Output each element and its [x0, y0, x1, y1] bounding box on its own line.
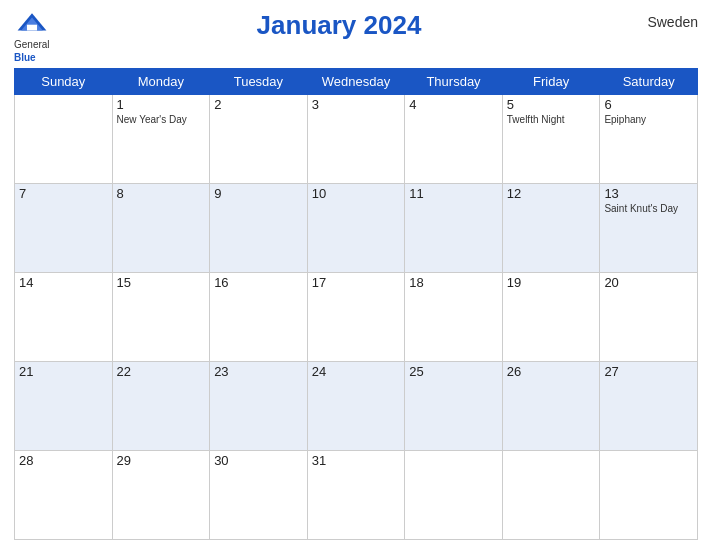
event-label: Twelfth Night [507, 113, 596, 126]
date-number: 24 [312, 364, 401, 379]
table-row: 24 [307, 362, 405, 451]
header: General Blue January 2024 Sweden [14, 10, 698, 64]
table-row: 26 [502, 362, 600, 451]
calendar-page: General Blue January 2024 Sweden Sunday … [0, 0, 712, 550]
date-number: 23 [214, 364, 303, 379]
date-number: 2 [214, 97, 303, 112]
table-row [600, 451, 698, 540]
table-row: 30 [210, 451, 308, 540]
date-number: 11 [409, 186, 498, 201]
table-row: 4 [405, 95, 503, 184]
date-number: 13 [604, 186, 693, 201]
date-number: 1 [117, 97, 206, 112]
date-number: 22 [117, 364, 206, 379]
table-row: 6Epiphany [600, 95, 698, 184]
calendar-table: Sunday Monday Tuesday Wednesday Thursday… [14, 68, 698, 540]
table-row: 18 [405, 273, 503, 362]
table-row: 23 [210, 362, 308, 451]
week-row-1: 1New Year's Day2345Twelfth Night6Epiphan… [15, 95, 698, 184]
col-thursday: Thursday [405, 69, 503, 95]
date-number: 7 [19, 186, 108, 201]
event-label: New Year's Day [117, 113, 206, 126]
date-number: 19 [507, 275, 596, 290]
table-row: 10 [307, 184, 405, 273]
table-row: 14 [15, 273, 113, 362]
table-row [15, 95, 113, 184]
table-row: 16 [210, 273, 308, 362]
table-row: 12 [502, 184, 600, 273]
date-number: 20 [604, 275, 693, 290]
date-number: 6 [604, 97, 693, 112]
col-friday: Friday [502, 69, 600, 95]
col-sunday: Sunday [15, 69, 113, 95]
date-number: 3 [312, 97, 401, 112]
table-row: 21 [15, 362, 113, 451]
date-number: 17 [312, 275, 401, 290]
table-row: 5Twelfth Night [502, 95, 600, 184]
table-row: 22 [112, 362, 210, 451]
table-row: 29 [112, 451, 210, 540]
col-wednesday: Wednesday [307, 69, 405, 95]
date-number: 26 [507, 364, 596, 379]
date-number: 27 [604, 364, 693, 379]
date-number: 30 [214, 453, 303, 468]
date-number: 10 [312, 186, 401, 201]
title-block: January 2024 [50, 10, 628, 41]
date-number: 31 [312, 453, 401, 468]
calendar-title: January 2024 [257, 10, 422, 40]
logo-text: General Blue [14, 38, 50, 64]
table-row: 20 [600, 273, 698, 362]
svg-rect-3 [27, 25, 37, 31]
date-number: 25 [409, 364, 498, 379]
date-number: 18 [409, 275, 498, 290]
table-row: 9 [210, 184, 308, 273]
event-label: Saint Knut's Day [604, 202, 693, 215]
date-number: 15 [117, 275, 206, 290]
week-row-4: 21222324252627 [15, 362, 698, 451]
week-row-3: 14151617181920 [15, 273, 698, 362]
date-number: 9 [214, 186, 303, 201]
col-saturday: Saturday [600, 69, 698, 95]
table-row: 11 [405, 184, 503, 273]
table-row: 19 [502, 273, 600, 362]
week-row-5: 28293031 [15, 451, 698, 540]
date-number: 16 [214, 275, 303, 290]
table-row: 17 [307, 273, 405, 362]
date-number: 29 [117, 453, 206, 468]
date-number: 21 [19, 364, 108, 379]
week-row-2: 78910111213Saint Knut's Day [15, 184, 698, 273]
table-row: 27 [600, 362, 698, 451]
date-number: 8 [117, 186, 206, 201]
table-row [405, 451, 503, 540]
event-label: Epiphany [604, 113, 693, 126]
table-row: 31 [307, 451, 405, 540]
table-row: 13Saint Knut's Day [600, 184, 698, 273]
table-row: 1New Year's Day [112, 95, 210, 184]
table-row [502, 451, 600, 540]
header-row: Sunday Monday Tuesday Wednesday Thursday… [15, 69, 698, 95]
table-row: 28 [15, 451, 113, 540]
col-monday: Monday [112, 69, 210, 95]
country-label: Sweden [628, 10, 698, 30]
table-row: 7 [15, 184, 113, 273]
date-number: 14 [19, 275, 108, 290]
date-number: 4 [409, 97, 498, 112]
table-row: 8 [112, 184, 210, 273]
logo: General Blue [14, 10, 50, 64]
date-number: 5 [507, 97, 596, 112]
table-row: 2 [210, 95, 308, 184]
table-row: 25 [405, 362, 503, 451]
date-number: 12 [507, 186, 596, 201]
table-row: 3 [307, 95, 405, 184]
logo-svg [14, 10, 50, 38]
col-tuesday: Tuesday [210, 69, 308, 95]
date-number: 28 [19, 453, 108, 468]
table-row: 15 [112, 273, 210, 362]
